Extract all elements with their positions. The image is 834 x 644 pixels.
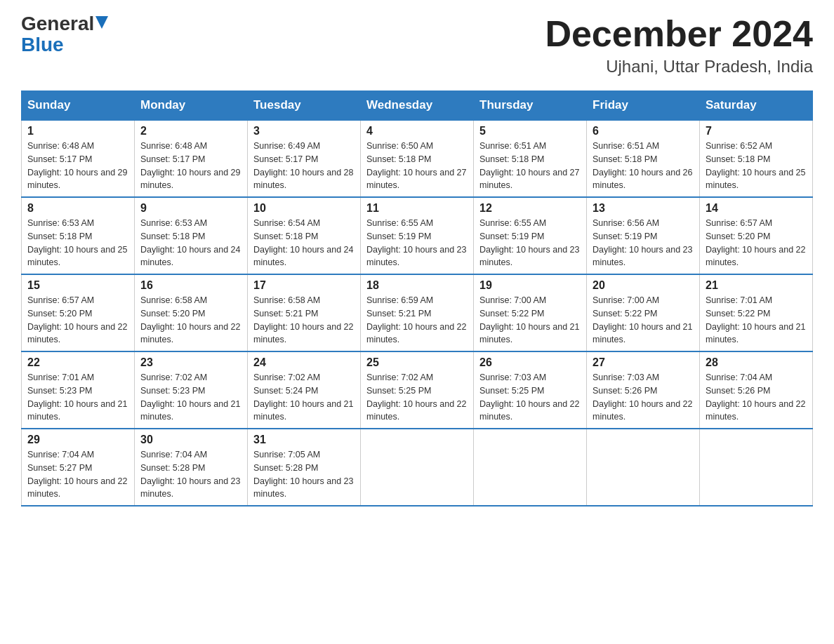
logo-general-text: General <box>21 14 94 34</box>
calendar-week-row: 1 Sunrise: 6:48 AMSunset: 5:17 PMDayligh… <box>22 120 813 197</box>
day-number: 14 <box>706 202 807 215</box>
day-info: Sunrise: 7:02 AMSunset: 5:23 PMDaylight:… <box>140 373 240 422</box>
calendar-week-row: 22 Sunrise: 7:01 AMSunset: 5:23 PMDaylig… <box>22 351 813 429</box>
day-info: Sunrise: 6:49 AMSunset: 5:17 PMDaylight:… <box>253 141 353 190</box>
calendar-cell: 30 Sunrise: 7:04 AMSunset: 5:28 PMDaylig… <box>135 429 248 506</box>
calendar-cell <box>474 429 587 506</box>
day-number: 26 <box>479 356 581 369</box>
day-info: Sunrise: 7:02 AMSunset: 5:24 PMDaylight:… <box>253 373 353 422</box>
location-title: Ujhani, Uttar Pradesh, India <box>545 57 813 76</box>
logo: General Blue <box>21 14 108 56</box>
day-number: 6 <box>593 125 694 137</box>
day-number: 23 <box>140 356 241 369</box>
day-info: Sunrise: 7:03 AMSunset: 5:26 PMDaylight:… <box>593 373 692 422</box>
day-number: 13 <box>593 202 694 215</box>
calendar-cell <box>361 429 474 506</box>
day-number: 25 <box>366 356 468 369</box>
calendar-cell: 15 Sunrise: 6:57 AMSunset: 5:20 PMDaylig… <box>22 274 135 351</box>
calendar-cell: 28 Sunrise: 7:04 AMSunset: 5:26 PMDaylig… <box>700 351 813 429</box>
day-info: Sunrise: 6:58 AMSunset: 5:21 PMDaylight:… <box>253 295 353 344</box>
day-number: 22 <box>27 356 128 369</box>
day-info: Sunrise: 7:00 AMSunset: 5:22 PMDaylight:… <box>593 295 692 344</box>
day-number: 30 <box>140 434 241 446</box>
calendar-cell: 10 Sunrise: 6:54 AMSunset: 5:18 PMDaylig… <box>248 197 361 274</box>
day-number: 28 <box>706 356 807 369</box>
day-info: Sunrise: 7:04 AMSunset: 5:27 PMDaylight:… <box>27 450 127 499</box>
day-number: 11 <box>366 202 468 215</box>
day-info: Sunrise: 6:48 AMSunset: 5:17 PMDaylight:… <box>140 141 240 190</box>
calendar-cell: 1 Sunrise: 6:48 AMSunset: 5:17 PMDayligh… <box>22 120 135 197</box>
calendar-cell: 25 Sunrise: 7:02 AMSunset: 5:25 PMDaylig… <box>361 351 474 429</box>
calendar-cell: 2 Sunrise: 6:48 AMSunset: 5:17 PMDayligh… <box>135 120 248 197</box>
day-info: Sunrise: 6:58 AMSunset: 5:20 PMDaylight:… <box>140 295 240 344</box>
day-info: Sunrise: 6:56 AMSunset: 5:19 PMDaylight:… <box>593 218 692 267</box>
day-number: 10 <box>253 202 355 215</box>
day-info: Sunrise: 6:52 AMSunset: 5:18 PMDaylight:… <box>706 141 805 190</box>
day-info: Sunrise: 7:02 AMSunset: 5:25 PMDaylight:… <box>366 373 466 422</box>
calendar-cell: 27 Sunrise: 7:03 AMSunset: 5:26 PMDaylig… <box>587 351 700 429</box>
day-number: 2 <box>140 125 241 137</box>
page-header: General Blue December 2024 Ujhani, Uttar… <box>21 14 813 76</box>
day-number: 7 <box>706 125 807 137</box>
logo-triangle-icon <box>95 16 108 29</box>
day-info: Sunrise: 6:54 AMSunset: 5:18 PMDaylight:… <box>253 218 353 267</box>
day-info: Sunrise: 7:04 AMSunset: 5:28 PMDaylight:… <box>140 450 240 499</box>
day-number: 27 <box>593 356 694 369</box>
col-header-sunday: Sunday <box>22 91 135 121</box>
day-number: 17 <box>253 279 355 292</box>
col-header-friday: Friday <box>587 91 700 121</box>
day-info: Sunrise: 7:01 AMSunset: 5:22 PMDaylight:… <box>706 295 805 344</box>
col-header-monday: Monday <box>135 91 248 121</box>
day-info: Sunrise: 6:59 AMSunset: 5:21 PMDaylight:… <box>366 295 466 344</box>
logo-blue-text: Blue <box>21 34 64 55</box>
day-info: Sunrise: 6:53 AMSunset: 5:18 PMDaylight:… <box>27 218 127 267</box>
calendar-cell: 21 Sunrise: 7:01 AMSunset: 5:22 PMDaylig… <box>700 274 813 351</box>
calendar-cell <box>700 429 813 506</box>
calendar-cell: 26 Sunrise: 7:03 AMSunset: 5:25 PMDaylig… <box>474 351 587 429</box>
day-info: Sunrise: 7:01 AMSunset: 5:23 PMDaylight:… <box>27 373 127 422</box>
day-number: 20 <box>593 279 694 292</box>
calendar-cell: 17 Sunrise: 6:58 AMSunset: 5:21 PMDaylig… <box>248 274 361 351</box>
day-info: Sunrise: 7:00 AMSunset: 5:22 PMDaylight:… <box>479 295 579 344</box>
calendar-cell: 6 Sunrise: 6:51 AMSunset: 5:18 PMDayligh… <box>587 120 700 197</box>
day-info: Sunrise: 6:57 AMSunset: 5:20 PMDaylight:… <box>27 295 127 344</box>
calendar-cell: 7 Sunrise: 6:52 AMSunset: 5:18 PMDayligh… <box>700 120 813 197</box>
col-header-thursday: Thursday <box>474 91 587 121</box>
day-number: 24 <box>253 356 355 369</box>
svg-marker-0 <box>95 16 108 29</box>
calendar-cell: 4 Sunrise: 6:50 AMSunset: 5:18 PMDayligh… <box>361 120 474 197</box>
calendar-cell: 24 Sunrise: 7:02 AMSunset: 5:24 PMDaylig… <box>248 351 361 429</box>
day-info: Sunrise: 6:53 AMSunset: 5:18 PMDaylight:… <box>140 218 240 267</box>
day-number: 1 <box>27 125 128 137</box>
day-info: Sunrise: 6:51 AMSunset: 5:18 PMDaylight:… <box>593 141 692 190</box>
day-number: 3 <box>253 125 355 137</box>
month-title: December 2024 <box>545 14 813 54</box>
day-number: 5 <box>479 125 581 137</box>
calendar-cell: 16 Sunrise: 6:58 AMSunset: 5:20 PMDaylig… <box>135 274 248 351</box>
calendar-cell: 11 Sunrise: 6:55 AMSunset: 5:19 PMDaylig… <box>361 197 474 274</box>
col-header-saturday: Saturday <box>700 91 813 121</box>
day-number: 4 <box>366 125 468 137</box>
calendar-cell: 13 Sunrise: 6:56 AMSunset: 5:19 PMDaylig… <box>587 197 700 274</box>
calendar-cell: 5 Sunrise: 6:51 AMSunset: 5:18 PMDayligh… <box>474 120 587 197</box>
day-info: Sunrise: 7:05 AMSunset: 5:28 PMDaylight:… <box>253 450 353 499</box>
calendar-cell: 31 Sunrise: 7:05 AMSunset: 5:28 PMDaylig… <box>248 429 361 506</box>
calendar-cell <box>587 429 700 506</box>
day-info: Sunrise: 6:55 AMSunset: 5:19 PMDaylight:… <box>479 218 579 267</box>
calendar-cell: 20 Sunrise: 7:00 AMSunset: 5:22 PMDaylig… <box>587 274 700 351</box>
calendar-cell: 19 Sunrise: 7:00 AMSunset: 5:22 PMDaylig… <box>474 274 587 351</box>
col-header-wednesday: Wednesday <box>361 91 474 121</box>
day-number: 16 <box>140 279 241 292</box>
day-number: 21 <box>706 279 807 292</box>
day-number: 15 <box>27 279 128 292</box>
calendar-cell: 12 Sunrise: 6:55 AMSunset: 5:19 PMDaylig… <box>474 197 587 274</box>
title-area: December 2024 Ujhani, Uttar Pradesh, Ind… <box>545 14 813 76</box>
calendar-cell: 14 Sunrise: 6:57 AMSunset: 5:20 PMDaylig… <box>700 197 813 274</box>
calendar-table: SundayMondayTuesdayWednesdayThursdayFrid… <box>21 90 813 507</box>
day-number: 8 <box>27 202 128 215</box>
col-header-tuesday: Tuesday <box>248 91 361 121</box>
calendar-week-row: 29 Sunrise: 7:04 AMSunset: 5:27 PMDaylig… <box>22 429 813 506</box>
day-info: Sunrise: 6:50 AMSunset: 5:18 PMDaylight:… <box>366 141 466 190</box>
day-number: 19 <box>479 279 581 292</box>
day-info: Sunrise: 6:55 AMSunset: 5:19 PMDaylight:… <box>366 218 466 267</box>
